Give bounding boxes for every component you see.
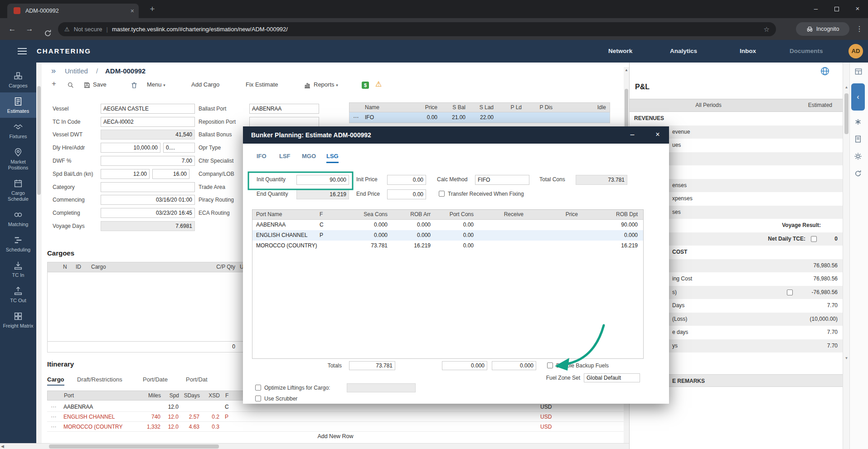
menu-button[interactable]: Menu ▾ bbox=[147, 81, 165, 88]
scroll-up-icon[interactable]: ▲ bbox=[624, 68, 629, 72]
vessel-field[interactable]: AEGEAN CASTLE bbox=[101, 104, 195, 114]
validation-warning-icon[interactable]: ⚠ bbox=[375, 80, 382, 88]
save-icon[interactable] bbox=[83, 82, 91, 90]
search-icon[interactable] bbox=[67, 82, 74, 90]
modal-title-bar[interactable]: Bunker Planning: Estimate ADM-000992 – × bbox=[243, 126, 669, 144]
scroll-up-icon[interactable]: ▲ bbox=[843, 85, 850, 89]
bunker-table-row[interactable]: ENGLISH CHANNEL P 0.000 0.000 0.00 0.000 bbox=[252, 230, 643, 241]
itinerary-row[interactable]: ⋯ ENGLISH CHANNEL 740 12.0 2.57 0.2 P US… bbox=[47, 412, 624, 422]
commencing-field[interactable]: 03/16/20 01:00 bbox=[101, 195, 195, 205]
user-avatar[interactable]: AD bbox=[849, 44, 863, 58]
add-new-row-button[interactable]: Add New Row bbox=[47, 433, 624, 439]
scrollbar-thumb[interactable] bbox=[37, 86, 41, 195]
sidebar-item-matching[interactable]: Matching bbox=[0, 206, 36, 231]
tc-in-code-field[interactable]: AECA-I0002 bbox=[101, 117, 195, 127]
sidebar-item-tc-out[interactable]: TC Out bbox=[0, 282, 36, 307]
sidebar-item-scheduling[interactable]: Scheduling bbox=[0, 231, 36, 256]
period-estimated[interactable]: Estimated bbox=[808, 99, 832, 111]
browser-menu-icon[interactable]: ⋮ bbox=[856, 18, 863, 40]
tab-mgo[interactable]: MGO bbox=[302, 153, 316, 162]
tab-ifo[interactable]: IFO bbox=[257, 153, 267, 162]
bookmark-star-icon[interactable]: ☆ bbox=[764, 25, 770, 34]
row-handle-icon[interactable]: ⋯ bbox=[51, 402, 56, 412]
tab-cargo[interactable]: Cargo bbox=[47, 376, 64, 386]
tab-port-date[interactable]: Port/Date bbox=[143, 376, 168, 383]
init-quantity-field[interactable]: 90.000 bbox=[296, 175, 349, 185]
disable-backup-fuels-checkbox[interactable] bbox=[547, 362, 553, 368]
url-text[interactable]: master.tyche.veslink.com/#chartering/est… bbox=[112, 26, 760, 33]
hamburger-menu-icon[interactable] bbox=[17, 48, 27, 56]
addr-comm-field[interactable]: 0.... bbox=[163, 143, 195, 153]
save-button[interactable]: Save bbox=[93, 81, 107, 88]
sidebar-item-fixtures[interactable]: Fixtures bbox=[0, 118, 36, 143]
calc-method-select[interactable]: FIFO bbox=[475, 175, 529, 185]
optimize-liftings-input[interactable] bbox=[347, 383, 416, 392]
breadcrumb-expand-icon[interactable]: » bbox=[51, 66, 56, 76]
nav-documents[interactable]: Documents bbox=[790, 40, 823, 63]
nav-network[interactable]: Network bbox=[608, 40, 632, 63]
expand-panel-tab[interactable]: ‹ bbox=[851, 83, 865, 111]
modal-close-button[interactable]: × bbox=[650, 126, 665, 143]
scrollbar-thumb[interactable] bbox=[49, 444, 219, 449]
row-handle-icon[interactable]: ⋯ bbox=[51, 412, 56, 422]
transfer-received-checkbox[interactable] bbox=[439, 191, 445, 197]
back-icon[interactable]: ← bbox=[5, 18, 19, 40]
spd-laden-field[interactable]: 16.00 bbox=[152, 169, 189, 179]
window-close-button[interactable]: × bbox=[847, 0, 868, 18]
sidebar-item-cargoes[interactable]: Cargoes bbox=[0, 67, 36, 92]
add-cargo-button[interactable]: Add Cargo bbox=[191, 81, 219, 88]
tab-lsf[interactable]: LSF bbox=[279, 153, 291, 162]
globe-icon[interactable] bbox=[820, 66, 830, 77]
url-bar[interactable]: ⚠ Not secure | master.tyche.veslink.com/… bbox=[58, 22, 776, 36]
ballast-port-field[interactable]: AABENRAA bbox=[249, 104, 319, 114]
window-minimize-button[interactable]: – bbox=[805, 0, 826, 18]
spd-ballast-field[interactable]: 12.00 bbox=[101, 169, 150, 179]
nav-analytics[interactable]: Analytics bbox=[670, 40, 697, 63]
scrollbar-thumb[interactable] bbox=[844, 93, 849, 134]
tab-lsg[interactable]: LSG bbox=[326, 153, 339, 163]
fuel-grid-row[interactable]: ⋯ IFO 0.00 21.00 22.00 bbox=[349, 112, 610, 123]
window-maximize-button[interactable] bbox=[826, 0, 847, 18]
tab-close-icon[interactable]: × bbox=[131, 4, 134, 18]
new-tab-button[interactable]: + bbox=[146, 3, 159, 15]
row-handle-icon[interactable]: ⋯ bbox=[353, 112, 359, 123]
sidebar-item-freight-matrix[interactable]: Freight Matrix bbox=[0, 307, 36, 333]
sidebar-item-estimates[interactable]: Estimates bbox=[0, 92, 36, 118]
gear-icon[interactable] bbox=[854, 152, 862, 162]
completing-field[interactable]: 03/23/20 16:45 bbox=[101, 208, 195, 218]
fix-estimate-button[interactable]: Fix Estimate bbox=[246, 81, 278, 88]
modal-minimize-button[interactable]: – bbox=[625, 126, 640, 143]
forward-icon[interactable]: → bbox=[23, 18, 36, 40]
add-row-button[interactable]: + bbox=[52, 79, 56, 88]
fuel-zone-set-select[interactable]: Global Default bbox=[584, 373, 640, 382]
init-price-field[interactable]: 0.00 bbox=[387, 175, 426, 185]
dly-hire-field[interactable]: 10,000.00 bbox=[101, 143, 160, 153]
itinerary-row[interactable]: ⋯ MOROCCO (COUNTRY 1,332 12.0 4.63 0.3 U… bbox=[47, 422, 624, 432]
period-all[interactable]: All Periods bbox=[630, 99, 787, 111]
sidebar-item-cargo-schedule[interactable]: Cargo Schedule bbox=[0, 174, 36, 206]
tab-port-date-2[interactable]: Port/Dat bbox=[186, 376, 208, 383]
bunker-table-row[interactable]: MOROCCO (COUNTRY) 73.781 16.219 0.00 16.… bbox=[252, 241, 643, 251]
not-secure-label[interactable]: Not secure bbox=[74, 26, 102, 33]
optimize-liftings-checkbox[interactable] bbox=[255, 385, 261, 391]
layout-grid-icon[interactable] bbox=[854, 67, 863, 77]
scroll-left-icon[interactable]: ◀ bbox=[1, 444, 4, 449]
end-price-field[interactable]: 0.00 bbox=[387, 189, 426, 199]
dwf-field[interactable]: 7.00 bbox=[101, 156, 195, 166]
row-handle-icon[interactable]: ⋯ bbox=[51, 422, 56, 432]
horizontal-scrollbar[interactable]: ◀ bbox=[0, 443, 629, 449]
breadcrumb-untitled[interactable]: Untitled bbox=[65, 67, 88, 75]
sidebar-item-market-positions[interactable]: Market Positions bbox=[0, 143, 36, 174]
delete-icon[interactable] bbox=[131, 82, 138, 90]
reports-chart-icon[interactable] bbox=[304, 82, 311, 90]
pnl-scrollbar[interactable]: ▲ ▼ bbox=[843, 63, 849, 449]
nav-inbox[interactable]: Inbox bbox=[740, 40, 756, 63]
reports-button[interactable]: Reports ▾ bbox=[314, 81, 338, 88]
sidebar-item-tc-in[interactable]: TC In bbox=[0, 256, 36, 282]
tab-draft-restrictions[interactable]: Draft/Restrictions bbox=[77, 376, 122, 383]
scroll-down-icon[interactable]: ▼ bbox=[843, 356, 850, 360]
profit-indicator-icon[interactable]: $ bbox=[362, 82, 369, 89]
browser-tab[interactable]: ADM-000992 × bbox=[7, 4, 139, 18]
reposition-port-field[interactable] bbox=[249, 117, 319, 127]
category-field[interactable] bbox=[101, 182, 195, 192]
